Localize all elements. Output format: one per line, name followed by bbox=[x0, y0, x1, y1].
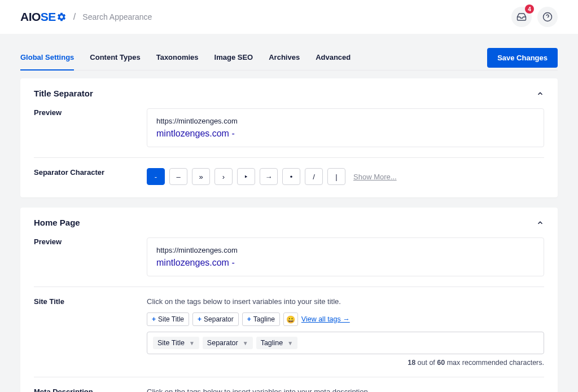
preview-box: https://mintlozenges.com mintlozenges.co… bbox=[147, 108, 544, 147]
header-bar: AIOSE / Search Appearance 4 bbox=[0, 0, 578, 34]
preview-box: https://mintlozenges.com mintlozenges.co… bbox=[147, 237, 544, 276]
separator-option[interactable]: → bbox=[260, 168, 278, 185]
chevron-up-icon bbox=[536, 90, 544, 98]
header-left: AIOSE / Search Appearance bbox=[20, 10, 152, 24]
preview-label: Preview bbox=[34, 108, 147, 147]
preview-label: Preview bbox=[34, 237, 147, 276]
home-page-card: Home Page Preview https://mintlozenges.c… bbox=[20, 208, 558, 392]
chevron-down-icon: ▼ bbox=[243, 340, 248, 346]
separator-option[interactable]: – bbox=[169, 168, 187, 185]
tag-tagline[interactable]: +Tagline bbox=[242, 312, 280, 326]
plus-icon: + bbox=[247, 315, 251, 323]
tabs: Global Settings Content Types Taxonomies… bbox=[20, 45, 351, 70]
site-title-content: Click on the tags below to insert variab… bbox=[147, 297, 544, 367]
tab-content-types[interactable]: Content Types bbox=[90, 45, 140, 71]
chevron-up-icon bbox=[536, 219, 544, 227]
meta-description-help: Click on the tags below to insert variab… bbox=[147, 387, 544, 392]
counter-suffix: max recommended characters. bbox=[445, 359, 544, 367]
separator-option[interactable]: - bbox=[147, 168, 165, 185]
meta-description-row: Meta Description Click on the tags below… bbox=[34, 377, 544, 392]
preview-url: https://mintlozenges.com bbox=[156, 117, 535, 125]
notifications-button[interactable]: 4 bbox=[511, 7, 532, 27]
logo-text-seo: SE bbox=[41, 10, 56, 24]
meta-description-content: Click on the tags below to insert variab… bbox=[147, 387, 544, 392]
breadcrumb-text: Search Appearance bbox=[82, 12, 152, 21]
counter-current: 18 bbox=[408, 359, 415, 367]
header-right: 4 bbox=[511, 7, 558, 27]
chip-site-title[interactable]: Site Title▼ bbox=[153, 337, 199, 349]
save-button[interactable]: Save Changes bbox=[487, 48, 558, 68]
title-separator-header[interactable]: Title Separator bbox=[20, 78, 558, 108]
separator-option[interactable]: | bbox=[327, 168, 345, 185]
separator-option[interactable]: • bbox=[282, 168, 300, 185]
preview-row: Preview https://mintlozenges.com mintloz… bbox=[34, 108, 544, 157]
notification-badge: 4 bbox=[525, 5, 534, 14]
tag-label: Separator bbox=[204, 315, 234, 323]
tag-separator[interactable]: +Separator bbox=[192, 312, 239, 326]
preview-row: Preview https://mintlozenges.com mintloz… bbox=[34, 237, 544, 287]
tag-row: +Site Title +Separator +Tagline 😀 View a… bbox=[147, 312, 544, 326]
character-counter: 18 out of 60 max recommended characters. bbox=[147, 359, 544, 367]
site-title-help: Click on the tags below to insert variab… bbox=[147, 297, 544, 306]
separator-buttons: - – » › ‣ → • / | Show More... bbox=[147, 168, 544, 185]
help-icon bbox=[542, 12, 553, 22]
plus-icon: + bbox=[198, 315, 202, 323]
counter-max: 60 bbox=[437, 359, 445, 367]
chevron-down-icon: ▼ bbox=[287, 340, 293, 346]
site-title-input[interactable]: Site Title▼ Separator▼ Tagline▼ bbox=[147, 332, 544, 354]
main-content: Global Settings Content Types Taxonomies… bbox=[0, 34, 578, 392]
meta-description-label: Meta Description bbox=[34, 387, 147, 392]
tab-archives[interactable]: Archives bbox=[269, 45, 300, 71]
logo[interactable]: AIOSE bbox=[20, 10, 67, 24]
emoji-button[interactable]: 😀 bbox=[283, 312, 298, 326]
breadcrumb-separator: / bbox=[73, 12, 76, 22]
preview-content: https://mintlozenges.com mintlozenges.co… bbox=[147, 237, 544, 276]
separator-option[interactable]: › bbox=[214, 168, 233, 185]
tag-label: Site Title bbox=[158, 315, 184, 323]
tab-advanced[interactable]: Advanced bbox=[316, 45, 351, 71]
separator-option[interactable]: / bbox=[305, 168, 323, 185]
preview-url: https://mintlozenges.com bbox=[156, 246, 535, 254]
card-title: Home Page bbox=[34, 218, 80, 227]
inbox-icon bbox=[516, 12, 527, 22]
site-title-label: Site Title bbox=[34, 297, 147, 367]
chip-tagline[interactable]: Tagline▼ bbox=[256, 337, 298, 349]
separator-label: Separator Character bbox=[34, 168, 147, 185]
card-title: Title Separator bbox=[34, 89, 93, 98]
preview-title: mintlozenges.com - bbox=[156, 258, 535, 268]
view-all-tags-link[interactable]: View all tags → bbox=[301, 315, 350, 323]
show-more-link[interactable]: Show More... bbox=[353, 173, 397, 181]
logo-text-aio: AIO bbox=[20, 10, 41, 24]
separator-content: - – » › ‣ → • / | Show More... bbox=[147, 168, 544, 185]
chip-label: Site Title bbox=[157, 339, 185, 347]
preview-title: mintlozenges.com - bbox=[156, 129, 535, 139]
separator-option[interactable]: ‣ bbox=[237, 168, 255, 185]
help-button[interactable] bbox=[537, 7, 558, 27]
site-title-row: Site Title Click on the tags below to in… bbox=[34, 287, 544, 377]
tag-site-title[interactable]: +Site Title bbox=[147, 312, 189, 326]
preview-content: https://mintlozenges.com mintlozenges.co… bbox=[147, 108, 544, 147]
separator-option[interactable]: » bbox=[192, 168, 210, 185]
tab-taxonomies[interactable]: Taxonomies bbox=[156, 45, 199, 71]
tabs-row: Global Settings Content Types Taxonomies… bbox=[20, 45, 558, 71]
card-body: Preview https://mintlozenges.com mintloz… bbox=[20, 237, 558, 392]
card-body: Preview https://mintlozenges.com mintloz… bbox=[20, 108, 558, 197]
gear-icon bbox=[56, 12, 67, 22]
home-page-header[interactable]: Home Page bbox=[20, 208, 558, 237]
title-separator-card: Title Separator Preview https://mintloze… bbox=[20, 78, 558, 197]
chip-separator[interactable]: Separator▼ bbox=[203, 337, 253, 349]
chip-label: Tagline bbox=[261, 339, 283, 347]
chevron-down-icon: ▼ bbox=[189, 340, 195, 346]
separator-row: Separator Character - – » › ‣ → • / | Sh… bbox=[34, 157, 544, 185]
plus-icon: + bbox=[152, 315, 156, 323]
tab-image-seo[interactable]: Image SEO bbox=[214, 45, 253, 71]
tab-global-settings[interactable]: Global Settings bbox=[20, 45, 74, 71]
chip-label: Separator bbox=[207, 339, 238, 347]
counter-mid: out of bbox=[415, 359, 437, 367]
tag-label: Tagline bbox=[253, 315, 275, 323]
